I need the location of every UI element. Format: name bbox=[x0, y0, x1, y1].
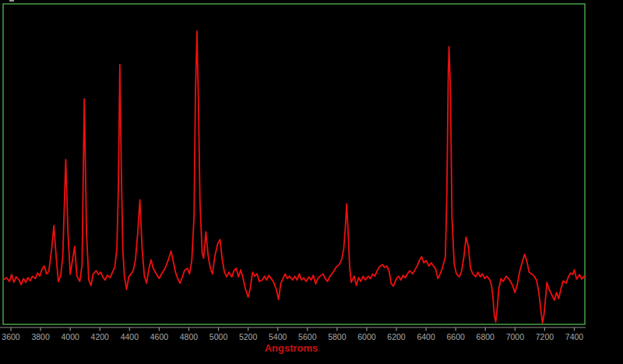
x-tick-label: 4400 bbox=[121, 332, 139, 341]
x-tick-label: 6600 bbox=[447, 332, 466, 341]
x-tick-label: 6000 bbox=[357, 332, 376, 341]
x-tick-label: 4000 bbox=[61, 332, 79, 341]
x-tick-label: 5200 bbox=[239, 332, 258, 341]
x-tick-label: 4600 bbox=[150, 332, 169, 341]
x-tick-label: 7200 bbox=[536, 332, 554, 341]
x-axis-label: Angstroms bbox=[265, 342, 319, 354]
x-tick-label: 5800 bbox=[328, 332, 347, 341]
x-tick-label: 5600 bbox=[298, 332, 317, 341]
x-tick-label: 4200 bbox=[91, 332, 110, 341]
x-tick-label: 6800 bbox=[477, 332, 495, 341]
x-tick-label: 6200 bbox=[387, 332, 406, 341]
plot-border bbox=[3, 4, 585, 324]
x-tick-label: 4800 bbox=[180, 332, 199, 341]
x-tick-label: 7000 bbox=[506, 332, 525, 341]
x-tick-label: 5400 bbox=[269, 332, 287, 341]
spectrum-chart: 3600380040004200440046004800500052005400… bbox=[0, 0, 623, 364]
x-tick-label: 5000 bbox=[209, 332, 228, 341]
x-tick-label: 7400 bbox=[565, 332, 584, 341]
x-tick-label: 3800 bbox=[31, 332, 50, 341]
x-tick-label: 6400 bbox=[417, 332, 435, 341]
spectrum-line bbox=[4, 31, 585, 323]
x-tick-label: 3600 bbox=[2, 332, 20, 341]
spectrum-plot-window: 3600380040004200440046004800500052005400… bbox=[0, 0, 623, 364]
screen-artifact bbox=[9, 0, 14, 2]
x-axis-ticks: 3600380040004200440046004800500052005400… bbox=[2, 327, 583, 341]
